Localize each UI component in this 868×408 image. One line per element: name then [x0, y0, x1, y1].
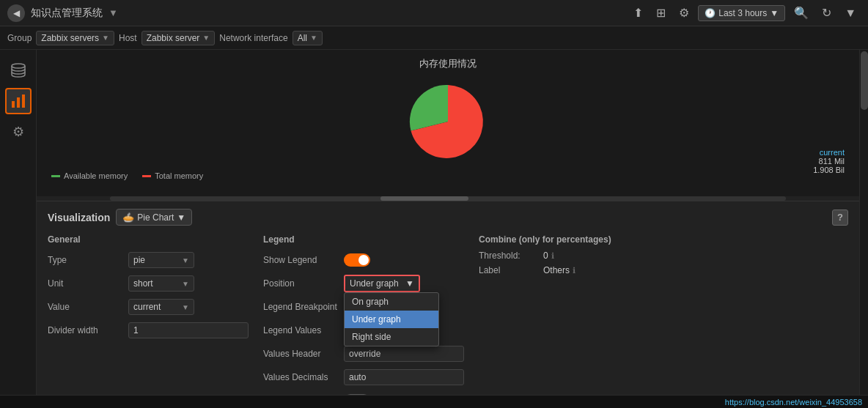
- position-dropdown-menu: On graph Under graph Right side: [344, 292, 439, 346]
- svg-rect-3: [22, 94, 25, 108]
- current-label: current: [813, 148, 845, 157]
- legend-section-title: Legend: [263, 234, 464, 245]
- graph-area: 内存使用情况 Available memory Total memory: [37, 50, 859, 196]
- value-arrow-icon: ▼: [182, 303, 189, 311]
- group-arrow-icon: ▼: [102, 34, 109, 42]
- chart-type-label: Pie Chart: [137, 212, 174, 223]
- share-icon-button[interactable]: ⬆: [629, 3, 647, 23]
- general-section-title: General: [48, 234, 249, 245]
- unit-row: Unit short ▼: [48, 274, 249, 293]
- host-filter-select[interactable]: Zabbix server ▼: [141, 31, 216, 45]
- network-filter-label: Network interface: [219, 33, 287, 43]
- pie-chart-icon: 🥧: [122, 212, 134, 223]
- back-button[interactable]: ◀: [7, 4, 25, 22]
- svg-point-0: [12, 64, 25, 68]
- legend-breakpoint-label: Legend Breakpoint: [263, 302, 344, 312]
- combine-title: Combine (only for percentages): [479, 234, 640, 245]
- host-filter-label: Host: [119, 33, 137, 43]
- values-header-row: Values Header: [263, 344, 464, 363]
- legend-label-available: Available memory: [64, 171, 128, 180]
- form-columns: General Type pie ▼ Unit short ▼: [48, 234, 848, 408]
- label-field-label: Label: [479, 265, 537, 275]
- value-select[interactable]: current ▼: [128, 299, 194, 315]
- position-wrapper: Under graph ▼ On graph Under graph Right…: [344, 275, 420, 292]
- graph-title: 内存使用情况: [419, 57, 477, 70]
- top-navigation: ◀ 知识点管理系统 ▼ ⬆ ⊞ ⚙ 🕐 Last 3 hours ▼ 🔍 ↻ ▼: [0, 0, 868, 26]
- chart-type-arrow: ▼: [177, 212, 185, 223]
- legend-column: Legend Show Legend Position Under graph …: [263, 234, 464, 408]
- legend-total-memory: Total memory: [142, 171, 203, 180]
- graph-legend: Available memory Total memory: [37, 171, 203, 180]
- label-value: Others: [543, 265, 570, 275]
- divider-input[interactable]: [128, 322, 249, 338]
- divider-label: Divider width: [48, 325, 128, 335]
- label-info-icon[interactable]: ℹ: [573, 266, 575, 275]
- values-decimals-row: Values Decimals: [263, 368, 464, 387]
- help-button[interactable]: ?: [832, 209, 848, 226]
- visualization-panel: Visualization 🥧 Pie Chart ▼ ? General Ty…: [37, 201, 859, 408]
- dropdown-item-right-side[interactable]: Right side: [345, 328, 438, 346]
- values-decimals-input[interactable]: [344, 369, 464, 385]
- main-layout: ⚙ 内存使用情况 Available memory: [0, 50, 868, 408]
- legend-values-label: Legend Values: [263, 325, 344, 335]
- values-header-input[interactable]: [344, 346, 464, 362]
- show-legend-row: Show Legend: [263, 251, 464, 270]
- unit-label: Unit: [48, 278, 128, 289]
- position-label: Position: [263, 278, 344, 289]
- nav-left: ◀ 知识点管理系统 ▼: [7, 4, 118, 22]
- dropdown-item-under-graph[interactable]: Under graph: [345, 311, 438, 328]
- value-row: Value current ▼: [48, 297, 249, 316]
- more-icon-button[interactable]: ▼: [840, 4, 861, 23]
- settings-icon-button[interactable]: ⚙: [674, 3, 694, 23]
- filter-bar: Group Zabbix servers ▼ Host Zabbix serve…: [0, 26, 868, 50]
- type-select[interactable]: pie ▼: [128, 252, 194, 268]
- sidebar-icon-settings[interactable]: ⚙: [5, 119, 32, 145]
- type-row: Type pie ▼: [48, 251, 249, 270]
- current-val-1: 811 Mil: [813, 157, 845, 166]
- show-legend-toggle[interactable]: [344, 253, 370, 267]
- dropdown-item-on-graph[interactable]: On graph: [345, 293, 438, 311]
- network-filter-select[interactable]: All ▼: [293, 31, 323, 45]
- time-range-label: Last 3 hours: [718, 8, 767, 18]
- threshold-info-icon[interactable]: ℹ: [551, 251, 554, 261]
- scrollbar-thumb[interactable]: [380, 196, 468, 201]
- current-val-2: 1.908 Bil: [813, 166, 845, 174]
- combine-section: Combine (only for percentages) Threshold…: [479, 234, 640, 408]
- pie-chart: [404, 78, 492, 168]
- app-dropdown-arrow[interactable]: ▼: [108, 7, 118, 18]
- search-icon-button[interactable]: 🔍: [790, 3, 813, 23]
- url-bar: https://blog.csdn.net/weixin_44953658: [0, 395, 868, 408]
- network-arrow-icon: ▼: [310, 34, 317, 42]
- scrollbar-area: [37, 196, 859, 201]
- position-select-bordered: Under graph ▼: [344, 275, 420, 292]
- type-label: Type: [48, 255, 128, 265]
- chart-type-selector[interactable]: 🥧 Pie Chart ▼: [116, 209, 192, 226]
- threshold-value: 0: [543, 251, 548, 261]
- unit-select[interactable]: short ▼: [128, 275, 194, 292]
- right-scrollbar: [859, 50, 868, 408]
- group-filter-select[interactable]: Zabbix servers ▼: [36, 31, 114, 45]
- copy-icon-button[interactable]: ⊞: [652, 3, 670, 23]
- threshold-row: Threshold: 0 ℹ: [479, 251, 640, 261]
- scrollbar-v-thumb[interactable]: [861, 51, 868, 110]
- app-title: 知识点管理系统: [31, 7, 103, 20]
- general-column: General Type pie ▼ Unit short ▼: [48, 234, 249, 408]
- values-header-label: Values Header: [263, 349, 344, 359]
- sidebar-icon-layers[interactable]: [5, 57, 32, 84]
- time-range-button[interactable]: 🕐 Last 3 hours ▼: [698, 5, 785, 21]
- position-select[interactable]: Under graph ▼: [345, 276, 419, 291]
- unit-arrow-icon: ▼: [182, 280, 189, 288]
- sidebar-icon-chart[interactable]: [5, 88, 32, 114]
- svg-rect-2: [17, 97, 20, 108]
- url-text: https://blog.csdn.net/weixin_44953658: [725, 398, 862, 407]
- legend-dot-available: [51, 175, 60, 177]
- group-filter-label: Group: [7, 33, 32, 43]
- svg-rect-1: [12, 101, 15, 108]
- threshold-label: Threshold:: [479, 251, 537, 261]
- legend-dot-total: [142, 175, 151, 177]
- time-arrow-icon: ▼: [770, 8, 779, 18]
- legend-available-memory: Available memory: [51, 171, 128, 180]
- refresh-icon-button[interactable]: ↻: [817, 3, 836, 23]
- scrollbar-track[interactable]: [110, 196, 786, 201]
- host-arrow-icon: ▼: [202, 34, 210, 42]
